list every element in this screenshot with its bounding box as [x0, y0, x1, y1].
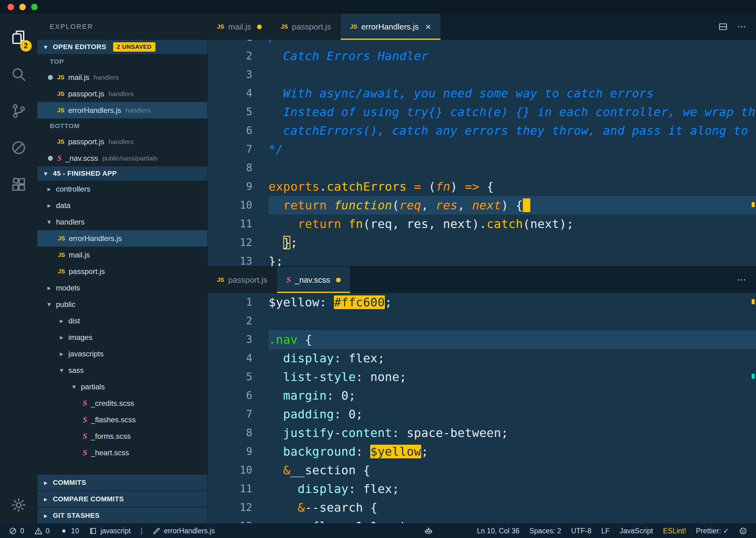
- close-window-button[interactable]: [8, 4, 14, 10]
- file--flashes-scss[interactable]: S_flashes.scss: [37, 411, 207, 428]
- folder-partials[interactable]: ▾partials: [37, 378, 207, 395]
- line-number: 8: [208, 424, 269, 442]
- folder-handlers[interactable]: ▾handlers: [37, 214, 207, 230]
- code-line-2-10: 10 &__section {: [208, 461, 756, 480]
- status-feedback[interactable]: [739, 527, 747, 535]
- dot-icon: [60, 527, 68, 535]
- more-icon[interactable]: [737, 22, 747, 32]
- folder-data[interactable]: ▸data: [37, 197, 207, 214]
- code-token: Instead of using try{} catch(e) {} in ea…: [269, 105, 756, 119]
- code-line-1-5: 5 Instead of using try{} catch(e) {} in …: [208, 103, 756, 121]
- code-line-1-3: 3: [208, 65, 756, 84]
- status-warnings[interactable]: 0: [34, 527, 50, 535]
- code-token: [269, 501, 298, 514]
- tab-label: errorHandlers.js: [361, 22, 419, 32]
- file--credits-scss[interactable]: S_credits.scss: [37, 395, 207, 411]
- folder-javascripts[interactable]: ▸javascripts: [37, 346, 207, 362]
- code-token: (: [421, 180, 436, 193]
- file-mail-js[interactable]: JSmail.js: [37, 246, 207, 263]
- status-active-file[interactable]: errorHandlers.js: [152, 527, 215, 535]
- minimize-window-button[interactable]: [19, 4, 26, 10]
- status-text: 10: [71, 527, 79, 535]
- code-line-1-8: 8: [208, 159, 756, 177]
- folder-public[interactable]: ▾public: [37, 296, 207, 312]
- activity-settings[interactable]: [0, 487, 37, 523]
- status-separator: |: [140, 527, 142, 535]
- status-indentation[interactable]: Spaces: 2: [529, 527, 561, 535]
- code-token: next: [472, 198, 501, 212]
- open-editor-passport-js[interactable]: JSpassport.jshandlers: [37, 85, 207, 102]
- status-text: Prettier: ✓: [696, 527, 729, 535]
- folder-controllers[interactable]: ▸controllers: [37, 181, 207, 197]
- file-path: handlers: [94, 74, 119, 81]
- code-token: ,: [458, 198, 472, 212]
- tab--nav-scss[interactable]: S_nav.scss: [277, 267, 350, 293]
- code-editor-1[interactable]: 1/*2 Catch Errors Handler34 With async/a…: [208, 40, 756, 266]
- status-eol[interactable]: LF: [601, 527, 610, 535]
- status-language-mode[interactable]: JavaScript: [620, 527, 653, 535]
- section-commits[interactable]: ▸COMMITS: [37, 474, 207, 490]
- line-number: 7: [208, 405, 269, 424]
- activity-extensions[interactable]: [0, 166, 37, 203]
- status-text: LF: [601, 527, 610, 535]
- file-errorhandlers-js[interactable]: JSerrorHandlers.js: [37, 230, 207, 246]
- code-content: 1/*2 Catch Errors Handler34 With async/a…: [208, 40, 756, 266]
- project-folder-header[interactable]: ▾ 45 - FINISHED APP: [37, 166, 207, 181]
- code-line-1-13: 13};: [208, 252, 756, 266]
- status-cursor-position[interactable]: Ln 10, Col 36: [477, 527, 520, 535]
- code-token: : none;: [356, 370, 407, 384]
- activity-source-control[interactable]: [0, 93, 37, 130]
- file--heart-scss[interactable]: S_heart.scss: [37, 444, 207, 461]
- open-editors-header[interactable]: ▾ OPEN EDITORS 2 UNSAVED: [37, 40, 207, 54]
- close-icon[interactable]: ×: [425, 22, 431, 32]
- activity-debug[interactable]: [0, 130, 37, 166]
- status-text: Spaces: 2: [529, 527, 561, 535]
- code-token: /*: [269, 40, 283, 44]
- line-number: 12: [208, 498, 269, 517]
- status-prettier[interactable]: Prettier: ✓: [696, 527, 729, 535]
- file-passport-js[interactable]: JSpassport.js: [37, 263, 207, 280]
- open-editor-passport-js[interactable]: JSpassport.jshandlers: [37, 134, 207, 150]
- status-encoding[interactable]: UTF-8: [571, 527, 591, 535]
- file--forms-scss[interactable]: S_forms.scss: [37, 428, 207, 444]
- editor-group-label: TOP: [37, 54, 207, 69]
- folder-sass[interactable]: ▾sass: [37, 362, 207, 378]
- file-name: _flashes.scss: [91, 415, 135, 424]
- open-editor-errorhandlers-js[interactable]: JSerrorHandlers.jshandlers: [37, 102, 207, 119]
- chevron-right-icon: ▸: [45, 284, 53, 292]
- tab-passport-js[interactable]: JSpassport.js: [208, 267, 277, 293]
- activity-explorer[interactable]: 2: [0, 19, 37, 56]
- folder-images[interactable]: ▸images: [37, 329, 207, 346]
- section-git-stashes[interactable]: ▸GIT STASHES: [37, 507, 207, 523]
- file-path: handlers: [109, 90, 134, 98]
- folder-models[interactable]: ▸models: [37, 280, 207, 296]
- open-editor-mail-js[interactable]: JSmail.jshandlers: [37, 69, 207, 85]
- line-number: 2: [208, 312, 269, 330]
- code-token: $yellow: [370, 445, 421, 458]
- open-editor--nav-scss[interactable]: S_nav.scsspublic/sass/partials: [37, 150, 207, 166]
- line-content: };: [269, 233, 756, 252]
- status-robot[interactable]: [424, 527, 433, 535]
- project-folder-label: 45 - FINISHED APP: [53, 170, 117, 178]
- code-token: list-style: [283, 370, 356, 384]
- status-errors[interactable]: 0: [9, 527, 24, 535]
- zoom-window-button[interactable]: [31, 4, 38, 10]
- section-compare-commits[interactable]: ▸COMPARE COMMITS: [37, 490, 207, 507]
- folder-dist[interactable]: ▸dist: [37, 312, 207, 329]
- file-path: handlers: [109, 138, 134, 145]
- split-editor-icon[interactable]: [718, 22, 728, 32]
- code-token: res: [436, 198, 458, 212]
- status-language-indicator[interactable]: javascript: [89, 527, 130, 535]
- tab-mail-js[interactable]: JSmail.js: [208, 14, 272, 40]
- activity-search[interactable]: [0, 56, 37, 93]
- code-editor-2[interactable]: 1$yellow: #ffc600;23.nav {4 display: fle…: [208, 293, 756, 523]
- code-token: req: [399, 198, 421, 212]
- line-number: 10: [208, 461, 269, 480]
- status-info-count[interactable]: 10: [60, 527, 79, 535]
- code-token: fn: [436, 180, 450, 193]
- more-icon[interactable]: [737, 275, 747, 285]
- folder-name: images: [69, 333, 92, 342]
- tab-errorhandlers-js[interactable]: JSerrorHandlers.js×: [341, 14, 441, 40]
- tab-passport-js[interactable]: JSpassport.js: [272, 14, 341, 40]
- status-eslint[interactable]: ESLint!: [663, 527, 686, 535]
